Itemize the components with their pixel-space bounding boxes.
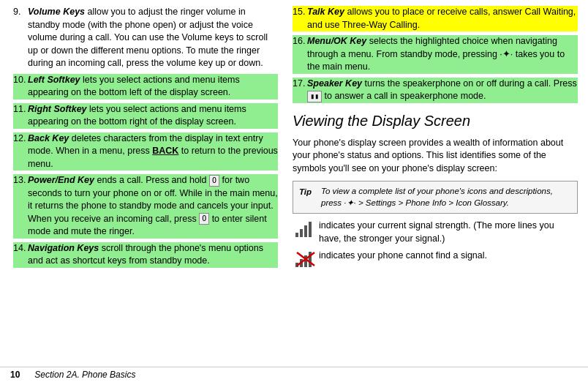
item-text-cont: to answer a call in speakerphone mode. [322,91,486,101]
footer-bar: 10 Section 2A. Phone Basics [0,367,588,382]
item-content: Volume Keys allow you to adjust the ring… [28,6,278,70]
list-item: 9. Volume Keys allow you to adjust the r… [13,6,278,70]
list-item: 14. Navigation Keys scroll through the p… [13,242,278,268]
no-signal-bars-icon [295,251,316,267]
item-content: Talk Key allows you to place or receive … [307,6,578,31]
item-number: 14. [13,242,28,268]
no-signal-row: indicates your phone cannot find a signa… [293,250,578,267]
key-shortcut: BACK [152,146,178,156]
icon-row: indicates your current signal strength. … [293,220,578,245]
item-content: Back Key deletes characters from the dis… [28,132,278,171]
item-content: Speaker Key turns the speakerphone on or… [307,78,578,103]
key-name: Volume Keys [28,7,85,17]
item-number: 17. [293,78,307,103]
item-number: 16. [293,35,307,74]
signal-bars-icon [295,221,316,237]
item-number: 12. [13,132,28,171]
right-column: 15. Talk Key allows you to place or rece… [285,0,588,366]
footer-page-number: 10 [10,370,20,380]
key-name: Power/End Key [28,175,94,185]
footer-section-name: Section 2A. Phone Basics [34,370,135,380]
item-text: ends a call. Press and hold [97,175,209,185]
key-name: Talk Key [307,7,344,17]
item-text: allows you to place or receive calls, an… [307,7,576,30]
left-column: 9. Volume Keys allow you to adjust the r… [0,0,285,366]
list-item: 11. Right Softkey lets you select action… [13,103,278,129]
svg-rect-1 [300,229,303,237]
item-number: 13. [13,174,28,239]
tip-label: Tip [299,186,315,209]
signal-strength-icon [293,220,319,237]
item-number: 10. [13,74,28,100]
key-symbol: ·✦· [500,49,513,59]
main-content: 9. Volume Keys allow you to adjust the r… [0,0,588,382]
svg-rect-0 [295,233,298,237]
list-item: 10. Left Softkey lets you select actions… [13,74,278,100]
key-name: Speaker Key [307,78,362,89]
section-title: Viewing the Display Screen [293,111,578,131]
key-name: Right Softkey [28,104,87,114]
key-button: ▮▮ [307,91,322,102]
item-content: Right Softkey lets you select actions an… [28,103,278,129]
no-signal-icon [293,250,319,267]
item-content: Navigation Keys scroll through the phone… [28,242,278,268]
list-item: 12. Back Key deletes characters from the… [13,132,278,171]
list-item: 17. Speaker Key turns the speakerphone o… [293,78,578,103]
key-name: Menu/OK Key [307,36,366,46]
key-button: O [209,175,219,187]
signal-strength-text: indicates your current signal strength. … [319,220,578,245]
list-item: 13. Power/End Key ends a call. Press and… [13,174,278,239]
svg-rect-3 [309,222,312,237]
key-name: Navigation Keys [28,243,99,253]
item-text: turns the speakerphone on or off during … [365,78,577,89]
item-number: 15. [293,6,307,31]
svg-rect-2 [304,225,307,237]
no-signal-text: indicates your phone cannot find a signa… [319,250,578,263]
key-name: Left Softkey [28,75,80,85]
tip-box: Tip To view a complete list of your phon… [293,181,578,214]
item-number: 11. [13,103,28,129]
page: 9. Volume Keys allow you to adjust the r… [0,0,588,382]
tip-text: To view a complete list of your phone's … [321,186,571,209]
item-content: Power/End Key ends a call. Press and hol… [28,174,278,239]
item-content: Menu/OK Key selects the highlighted choi… [307,35,578,74]
section-intro: Your phone's display screen provides a w… [293,137,578,176]
item-content: Left Softkey lets you select actions and… [28,74,278,100]
item-number: 9. [13,6,28,70]
list-item: 16. Menu/OK Key selects the highlighted … [293,35,578,74]
list-item: 15. Talk Key allows you to place or rece… [293,6,578,31]
key-button: O [199,213,209,225]
key-name: Back Key [28,133,69,143]
